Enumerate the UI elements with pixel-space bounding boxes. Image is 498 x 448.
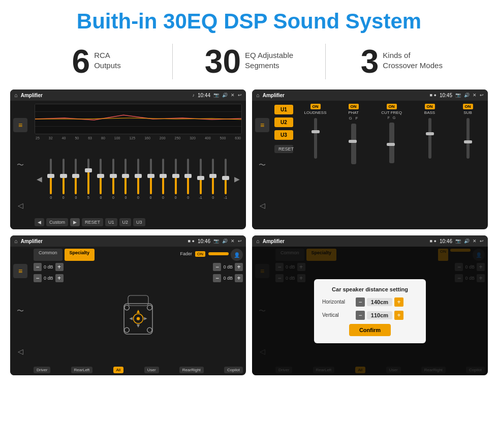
u1-tab[interactable]: U1 (274, 105, 293, 114)
back-icon-eq[interactable]: ↩ (238, 93, 242, 98)
reset-btn-eq[interactable]: RESET (82, 218, 103, 226)
profile-icon-spk[interactable]: 👤 (231, 249, 243, 261)
play-btn[interactable]: ▶ (70, 218, 80, 226)
slider-track-12[interactable] (187, 159, 189, 194)
u3-tab[interactable]: U3 (274, 130, 293, 140)
slider-track-3[interactable] (75, 159, 77, 194)
back-icon-spk[interactable]: ↩ (238, 238, 242, 244)
u3-btn[interactable]: U3 (133, 218, 145, 226)
u2-btn[interactable]: U2 (119, 218, 132, 226)
slider-bass[interactable] (428, 118, 431, 159)
slider-track-4[interactable] (87, 159, 89, 194)
home-icon-cross[interactable]: ⌂ (256, 92, 260, 98)
vol-plus-r1[interactable]: + (235, 263, 243, 271)
all-btn[interactable]: All (113, 367, 124, 373)
slider-track-5[interactable] (100, 159, 102, 194)
stat-text-rca: RCAOutputs (94, 45, 121, 70)
slider-track-9[interactable] (150, 159, 152, 194)
slider-track-7[interactable] (124, 159, 127, 194)
rearright-btn[interactable]: RearRight (179, 367, 204, 373)
svg-marker-9 (137, 324, 140, 327)
back-icon-cross[interactable]: ↩ (480, 93, 484, 98)
eq-graph (35, 104, 242, 134)
vertical-minus-btn[interactable]: − (356, 311, 365, 320)
on-sub: ON (463, 104, 473, 109)
svg-point-15 (147, 327, 152, 333)
confirm-button[interactable]: Confirm (349, 324, 391, 336)
close-icon-eq[interactable]: ✕ (231, 93, 235, 98)
driver-btn[interactable]: Driver (34, 367, 50, 373)
sidebar-speaker-icon-cross[interactable]: ◁ (255, 198, 269, 213)
svg-point-12 (124, 305, 130, 310)
left-arrow-icon[interactable]: ◀ (35, 175, 44, 183)
vol-plus-r2[interactable]: + (235, 274, 243, 282)
topbar-title-cross: Amplifier (263, 93, 285, 98)
eq-main: 2532405063 80100125160200 25032040050063… (30, 101, 246, 229)
right-arrow-icon[interactable]: ▶ (232, 175, 242, 183)
fader-on-badge: ON (195, 251, 205, 257)
vol-val-r1: 0 dB (223, 264, 233, 270)
stat-text-eq: EQ AdjustableSegments (245, 45, 293, 70)
close-icon-spk[interactable]: ✕ (231, 238, 235, 244)
sidebar-eq-icon[interactable]: ≡ (13, 118, 27, 132)
sidebar-eq-icon-cross[interactable]: ≡ (255, 118, 269, 132)
vol-minus-1[interactable]: − (34, 263, 42, 271)
eq-content: ≡ 〜 ◁ (10, 101, 246, 229)
specialty-tab-spk[interactable]: Specialty (65, 249, 95, 261)
label-cutfreq: CUT FREQ (381, 110, 402, 115)
slider-track-8[interactable] (137, 159, 139, 194)
slider-phat[interactable] (351, 124, 356, 164)
sidebar-wave-icon[interactable]: 〜 (13, 158, 27, 172)
vertical-value: 110cm (367, 311, 392, 319)
on-bass: ON (425, 104, 435, 109)
vertical-plus-btn[interactable]: + (394, 311, 403, 320)
home-icon-eq[interactable]: ⌂ (14, 92, 18, 98)
speaker-sidebar: ≡ 〜 ◁ (10, 247, 30, 375)
copilot-btn[interactable]: Copilot (224, 367, 243, 373)
slider-track-14[interactable] (212, 159, 214, 194)
fader-slider[interactable] (208, 252, 229, 255)
u1-btn[interactable]: U1 (105, 218, 117, 226)
close-icon-cross[interactable]: ✕ (473, 93, 477, 98)
close-icon-dist[interactable]: ✕ (473, 238, 477, 244)
vol-plus-1[interactable]: + (55, 263, 64, 271)
stat-number-eq: 30 (205, 45, 241, 78)
home-icon-spk[interactable]: ⌂ (14, 238, 18, 244)
sidebar-vol-icon-spk[interactable]: ◁ (13, 344, 27, 359)
reset-btn-cross[interactable]: RESET (274, 145, 293, 153)
rearleft-btn[interactable]: RearLeft (71, 367, 93, 373)
back-icon-dist[interactable]: ↩ (480, 238, 484, 244)
slider-cutfreq[interactable] (389, 123, 394, 163)
horizontal-plus-btn[interactable]: + (394, 297, 403, 307)
sidebar-speaker-icon[interactable]: ◁ (13, 198, 27, 213)
dialog-title: Car speaker distance setting (322, 286, 418, 292)
slider-track-6[interactable] (112, 159, 114, 194)
vol-minus-r2[interactable]: − (213, 274, 221, 282)
slider-track-10[interactable] (162, 159, 164, 194)
ctrl-phat: ON PHAT G F (335, 104, 371, 226)
vol-minus-r1[interactable]: − (213, 263, 221, 271)
user-btn[interactable]: User (144, 367, 159, 373)
common-tab-spk[interactable]: Common (34, 249, 63, 261)
prev-btn[interactable]: ◀ (35, 218, 44, 226)
horizontal-minus-btn[interactable]: − (356, 297, 365, 307)
slider-loudness[interactable] (314, 118, 317, 159)
sidebar-wave-icon-spk[interactable]: 〜 (13, 304, 27, 318)
slider-sub[interactable] (466, 118, 470, 159)
slider-track-13[interactable] (200, 159, 202, 194)
vol-plus-2[interactable]: + (55, 274, 64, 282)
slider-track-15[interactable] (225, 159, 227, 194)
custom-btn[interactable]: Custom (46, 218, 68, 226)
label-phat: PHAT (348, 110, 359, 115)
slider-track-1[interactable] (50, 159, 52, 194)
sidebar-wave-icon-cross[interactable]: 〜 (255, 158, 269, 172)
on-loudness: ON (310, 104, 321, 109)
slider-track-2[interactable] (63, 159, 65, 194)
topbar-time-dist: 10:46 (440, 238, 452, 244)
svg-rect-5 (128, 295, 148, 306)
slider-track-11[interactable] (175, 159, 177, 194)
home-icon-dist[interactable]: ⌂ (256, 238, 260, 244)
sidebar-eq-icon-spk[interactable]: ≡ (13, 264, 27, 278)
vol-minus-2[interactable]: − (34, 274, 42, 282)
u2-tab[interactable]: U2 (274, 117, 293, 127)
